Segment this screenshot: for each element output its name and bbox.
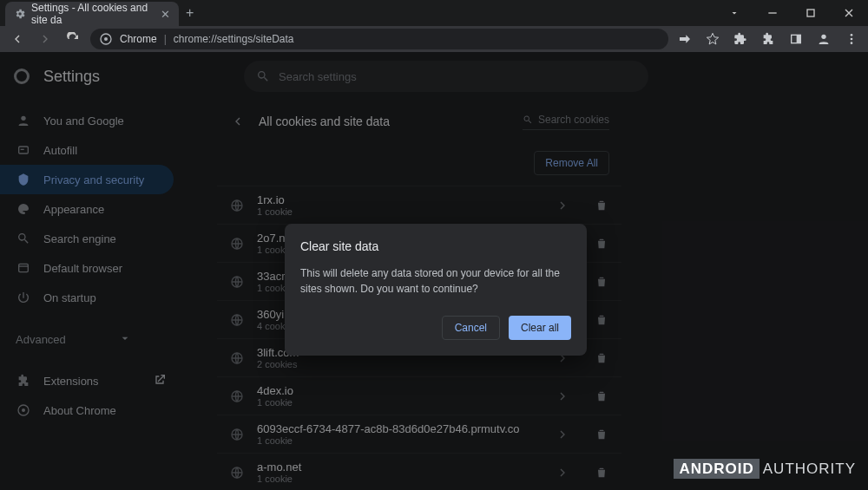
close-window-button[interactable] [830,0,868,26]
extension-icon[interactable] [731,29,750,49]
forward-button[interactable] [35,29,56,49]
puzzle-icon[interactable] [759,29,778,49]
browser-tab[interactable]: Settings - All cookies and site da ✕ [5,2,179,26]
watermark-b: AUTHORITY [763,461,856,477]
tab-strip: Settings - All cookies and site da ✕ + [0,0,201,26]
minimize-button[interactable] [753,0,792,26]
maximize-button[interactable] [792,0,830,26]
reload-button[interactable] [62,29,83,49]
svg-point-6 [821,35,825,39]
cancel-button[interactable]: Cancel [442,316,500,340]
address-bar: Chrome | chrome://settings/siteData [0,26,868,52]
svg-rect-0 [768,12,776,13]
svg-point-3 [104,37,108,41]
chrome-icon [99,32,113,46]
omnibox[interactable]: Chrome | chrome://settings/siteData [90,29,668,49]
url-divider: | [164,33,167,45]
watermark: ANDROIDAUTHORITY [674,461,856,478]
settings-page: Settings Search settings You and Google … [0,52,868,490]
dialog-body: This will delete any data stored on your… [300,265,571,297]
svg-rect-1 [807,10,814,16]
window-titlebar: Settings - All cookies and site da ✕ + [0,0,868,26]
window-controls [715,0,868,26]
url-text: chrome://settings/siteData [174,33,294,45]
back-button[interactable] [7,29,28,49]
toolbar-icons [675,29,861,49]
svg-point-9 [851,42,853,44]
svg-rect-5 [797,35,801,42]
gear-icon [14,8,26,20]
dialog-title: Clear site data [300,239,571,253]
svg-point-8 [851,38,853,41]
svg-point-7 [851,34,853,36]
close-icon[interactable]: ✕ [161,8,170,21]
new-tab-button[interactable]: + [179,5,201,21]
watermark-a: ANDROID [674,459,759,479]
star-icon[interactable] [703,29,722,49]
clear-all-button[interactable]: Clear all [509,316,571,340]
url-scheme-label: Chrome [120,33,157,45]
chevron-down-icon[interactable] [715,0,753,26]
clear-site-data-dialog: Clear site data This will delete any dat… [285,224,587,356]
tab-title: Settings - All cookies and site da [31,2,155,26]
sidepanel-icon[interactable] [786,29,806,49]
profile-icon[interactable] [814,29,833,49]
share-icon[interactable] [675,29,694,49]
kebab-menu-icon[interactable] [842,29,861,49]
